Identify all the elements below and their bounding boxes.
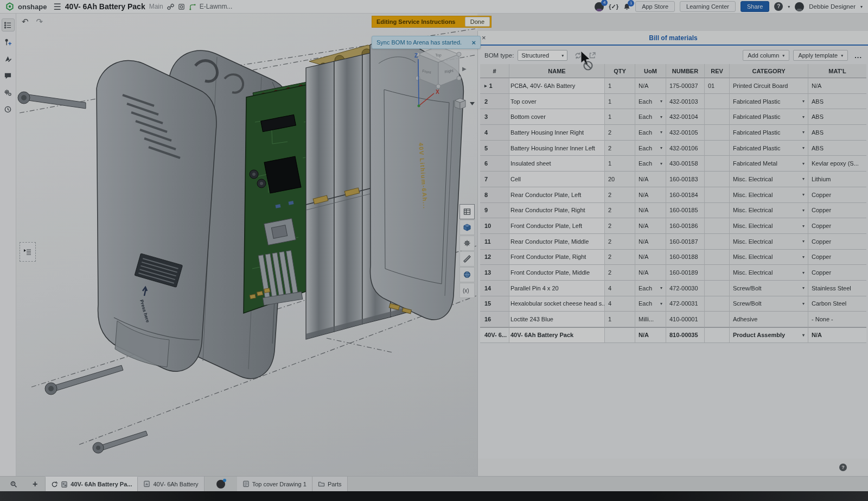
parts-panel-icon[interactable] — [459, 220, 475, 235]
dropdown-caret-icon[interactable]: ▾ — [660, 99, 662, 104]
bom-cell-category[interactable]: Misc. Electrical▾ — [730, 265, 808, 281]
dropdown-caret-icon[interactable]: ▾ — [802, 192, 805, 197]
add-column-button[interactable]: Add column▾ — [743, 50, 789, 61]
redo-button[interactable]: ↷ — [36, 17, 43, 27]
bom-table-row[interactable]: 3Bottom cover1Each▾432-00104Fabricated P… — [480, 109, 866, 125]
dropdown-caret-icon[interactable]: ▾ — [802, 130, 805, 135]
panel-resize-arrow-icon[interactable]: ▶ — [462, 66, 467, 72]
configuration-panel-icon[interactable] — [459, 236, 475, 251]
bom-table-row[interactable]: 2Top cover1Each▾432-00103Fabricated Plas… — [480, 94, 866, 110]
dropdown-caret-icon[interactable]: ▾ — [660, 130, 662, 135]
toast-close-icon[interactable]: × — [471, 39, 476, 47]
dropdown-caret-icon[interactable]: ▾ — [802, 99, 805, 104]
measure-panel-icon[interactable] — [459, 251, 475, 267]
undo-button[interactable]: ↶ — [22, 17, 29, 27]
bom-table-row[interactable]: 4Battery Housing Inner Right2Each▾432-00… — [480, 125, 866, 141]
bom-cell-uom[interactable]: Each▾ — [635, 156, 666, 172]
bom-cell-category[interactable]: Fabricated Metal▾ — [730, 156, 808, 172]
bom-header-uom[interactable]: UoM — [635, 64, 666, 78]
new-tab-button[interactable]: + — [33, 479, 37, 489]
graphics-viewport[interactable]: Press here — [16, 14, 477, 477]
bom-table-row[interactable]: 15Hexalobular socket cheese head s...4Ea… — [480, 296, 866, 312]
help-caret-icon[interactable]: ▾ — [788, 4, 790, 9]
dropdown-caret-icon[interactable]: ▾ — [802, 161, 805, 166]
share-button[interactable]: Share — [741, 1, 769, 12]
bom-table-row[interactable]: 6Insulated sheet1Each▾430-00158Fabricate… — [480, 156, 866, 172]
feature-list-icon[interactable] — [2, 18, 15, 31]
bom-more-button[interactable]: ... — [854, 52, 862, 60]
doc-tab-top-cover-drawing-1[interactable]: Top cover Drawing 1 — [237, 477, 312, 492]
dropdown-caret-icon[interactable]: ▾ — [802, 270, 805, 275]
bom-cell-category[interactable]: Misc. Electrical▾ — [730, 187, 808, 203]
bom-table-row[interactable]: 7Cell20N/A160-00183Misc. Electrical▾Lith… — [480, 172, 866, 187]
materials-panel-icon[interactable] — [459, 267, 475, 282]
dropdown-caret-icon[interactable]: ▾ — [660, 145, 662, 150]
bom-panel-icon[interactable] — [459, 204, 475, 219]
help-button[interactable]: ? — [774, 2, 783, 11]
appearance-icon[interactable] — [2, 52, 15, 65]
bom-cell-category[interactable]: Misc. Electrical▾ — [730, 250, 808, 265]
dev-braces-icon[interactable]: {✓} — [609, 3, 618, 10]
presence-avatar[interactable]: 4 — [595, 2, 604, 11]
user-avatar[interactable] — [795, 2, 804, 11]
bom-table-row[interactable]: 9Rear Conductor Plate, Right2N/A160-0018… — [480, 203, 866, 219]
bom-cell-uom[interactable]: Each▾ — [635, 281, 666, 296]
dropdown-caret-icon[interactable]: ▾ — [802, 145, 805, 150]
bom-header-category[interactable]: CATEGORY — [730, 64, 808, 78]
doc-tab-parts[interactable]: Parts — [312, 477, 348, 492]
tab-search-icon[interactable] — [10, 480, 17, 488]
bom-table-row[interactable]: 10Front Conductor Plate, Left2N/A160-001… — [480, 218, 866, 234]
bom-table-row[interactable]: 12Front Conductor Plate, Right2N/A160-00… — [480, 250, 866, 265]
dropdown-caret-icon[interactable]: ▾ — [802, 224, 805, 229]
expand-row-icon[interactable]: ▸ — [484, 83, 487, 88]
dropdown-caret-icon[interactable]: ▾ — [802, 239, 805, 244]
bom-cell-uom[interactable]: Each▾ — [635, 94, 666, 110]
bom-header-[interactable]: # — [480, 64, 509, 78]
bom-cell-category[interactable]: Misc. Electrical▾ — [730, 172, 808, 187]
dropdown-caret-icon[interactable]: ▾ — [802, 301, 805, 306]
bom-type-select[interactable]: Structured ▾ — [518, 50, 567, 61]
linked-document-label[interactable]: E-Lawnm... — [200, 3, 233, 10]
sync-bom-icon[interactable] — [574, 52, 582, 60]
mate-icon[interactable] — [2, 35, 15, 48]
open-external-icon[interactable] — [589, 52, 596, 59]
dropdown-caret-icon[interactable]: ▾ — [660, 286, 662, 290]
bom-cell-category[interactable]: Screw/Bolt▾ — [730, 281, 808, 296]
bom-cell-category[interactable]: Misc. Electrical▾ — [730, 203, 808, 219]
done-button[interactable]: Done — [465, 17, 490, 27]
bom-cell-uom[interactable]: Each▾ — [635, 141, 666, 156]
dropdown-caret-icon[interactable]: ▾ — [802, 255, 805, 259]
dropdown-caret-icon[interactable]: ▾ — [802, 208, 805, 213]
collaborator-presence-avatar[interactable] — [216, 480, 225, 489]
app-store-button[interactable]: App Store — [635, 1, 675, 12]
bom-table-row[interactable]: 14Parallel Pin 4 x 204Each▾472-00030Scre… — [480, 281, 866, 296]
dropdown-caret-icon[interactable]: ▾ — [660, 301, 662, 306]
doc-tab-40v-6ah-battery-pa[interactable]: 40V- 6Ah Battery Pa... — [45, 477, 138, 492]
bom-cell-category[interactable]: Misc. Electrical▾ — [730, 218, 808, 234]
bom-table-row[interactable]: 40V- 6...40V- 6Ah Battery PackN/A810-000… — [480, 327, 866, 343]
instances-panel-collapsed[interactable] — [20, 242, 36, 262]
bom-table-row[interactable]: 13Front Conductor Plate, Middle2N/A160-0… — [480, 265, 866, 281]
notifications-bell-icon[interactable]: 1 — [623, 3, 630, 10]
apply-template-button[interactable]: Apply template▾ — [793, 50, 848, 61]
settings-gears-icon[interactable] — [2, 86, 15, 99]
user-menu-caret-icon[interactable]: ▾ — [860, 4, 863, 9]
dropdown-caret-icon[interactable]: ▾ — [660, 161, 662, 166]
bom-table-row[interactable]: ▸1PCBA, 40V- 6Ah Battery1N/A175-0003701P… — [480, 78, 866, 94]
user-name[interactable]: Debbie Designer — [809, 3, 856, 10]
bom-cell-uom[interactable]: Each▾ — [635, 296, 666, 312]
bom-header-qty[interactable]: QTY — [605, 64, 635, 78]
dropdown-caret-icon[interactable]: ▾ — [802, 333, 805, 338]
dropdown-caret-icon[interactable]: ▾ — [660, 115, 662, 119]
bom-table-row[interactable]: 8Rear Conductor Plate, Left2N/A160-00184… — [480, 187, 866, 203]
bom-cell-category[interactable]: Screw/Bolt▾ — [730, 296, 808, 312]
bom-help-icon[interactable]: ? — [839, 464, 847, 471]
bom-table-row[interactable]: 5Battery Housing Inner Inner Left2Each▾4… — [480, 141, 866, 156]
bom-table-row[interactable]: 11Rear Conductor Plate, Middle2N/A160-00… — [480, 234, 866, 250]
bom-header-name[interactable]: NAME — [509, 64, 605, 78]
workspace-label[interactable]: Main — [149, 3, 163, 10]
doc-tab-40v-6ah-battery[interactable]: 40V- 6Ah Battery — [138, 477, 204, 492]
bom-table-row[interactable]: 16Loctite 243 Blue1Milli...410-00001Adhe… — [480, 312, 866, 327]
bom-cell-category[interactable]: Fabricated Plastic▾ — [730, 94, 808, 110]
bom-close-icon[interactable]: × — [482, 34, 486, 42]
